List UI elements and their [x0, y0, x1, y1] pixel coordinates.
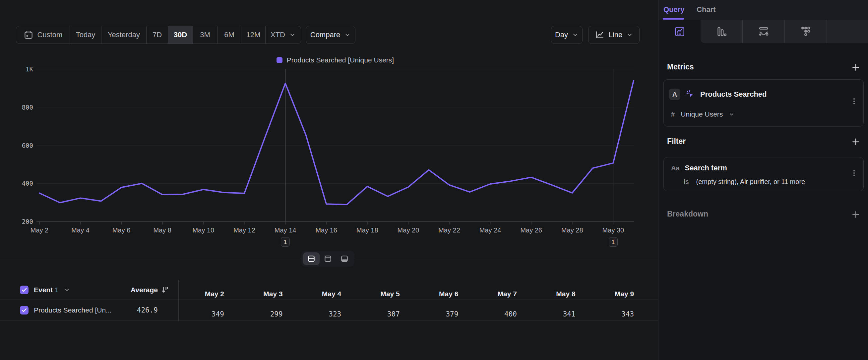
date-column-header[interactable]: May 8 [519, 290, 576, 298]
filter-property-name: Search term [685, 164, 727, 172]
check-icon [21, 286, 28, 293]
date-column-header[interactable]: May 7 [461, 290, 517, 298]
report-type-tabs [658, 20, 868, 43]
x-axis-tick: May 28 [552, 226, 592, 234]
panel-tab-bar: Query Chart [658, 0, 868, 20]
metric-name: Products Searched [700, 90, 767, 99]
metric-letter-badge: A [669, 89, 680, 100]
app-root: CustomTodayYesterday7D30D3M6M12MXTD Comp… [0, 0, 868, 360]
kebab-menu-icon[interactable] [850, 96, 858, 106]
x-axis-tick: May 10 [183, 226, 223, 234]
x-axis-tick: May 20 [388, 226, 428, 234]
date-column-header[interactable]: May 2 [168, 290, 224, 298]
date-column-header[interactable]: May 4 [285, 290, 341, 298]
value-cell: 299 [226, 310, 283, 318]
funnels-tab[interactable] [701, 20, 743, 43]
date-column-header[interactable]: May 5 [343, 290, 400, 298]
table-only-view-button[interactable] [336, 252, 353, 265]
string-property-icon: Aa [671, 164, 680, 172]
event-column-label[interactable]: Event 1 [34, 286, 59, 294]
flows-tab[interactable] [743, 20, 785, 43]
x-axis-tick: May 18 [347, 226, 387, 234]
event-checkbox[interactable] [20, 286, 29, 294]
value-cell: 349 [168, 310, 224, 318]
summary-table: Event 1 Average May 2May 3May 4May 5May … [0, 280, 658, 321]
series-checkbox[interactable] [20, 306, 29, 314]
x-axis-tick: May 8 [143, 226, 182, 234]
filter-operator[interactable]: Is [684, 178, 689, 186]
retention-tab-icon [800, 26, 812, 37]
query-panel: Query Chart Metrics A Products Searched … [658, 0, 868, 360]
insights-tab[interactable] [658, 20, 701, 43]
y-axis-tick: 200 [10, 218, 33, 225]
annotation-badge[interactable]: 1 [609, 237, 618, 247]
chart-only-view-icon [323, 254, 333, 263]
split-view-button[interactable] [303, 252, 320, 265]
add-metric-button[interactable] [851, 62, 861, 73]
add-breakdown-button[interactable] [851, 210, 861, 220]
column-separator [178, 280, 179, 321]
flows-tab-icon [757, 26, 770, 37]
x-axis-tick: May 14 [266, 226, 305, 234]
chevron-down-icon[interactable] [64, 287, 70, 293]
value-cell: 400 [461, 310, 517, 318]
active-tab-underline [663, 18, 684, 20]
filter-value[interactable]: (empty string), Air purifier, or 11 more [696, 178, 805, 186]
report-type-tabs-filler [827, 20, 868, 43]
check-icon [21, 307, 28, 313]
report-main: CustomTodayYesterday7D30D3M6M12MXTD Comp… [0, 0, 658, 360]
table-row[interactable]: Products Searched [Un... 426.9 349299323… [0, 300, 658, 321]
date-column-header[interactable]: May 3 [226, 290, 283, 298]
tab-query[interactable]: Query [663, 5, 685, 14]
insights-tab-icon [674, 26, 686, 37]
x-axis-tick: May 30 [593, 226, 633, 234]
x-axis-tick: May 22 [429, 226, 469, 234]
metric-card[interactable]: A Products Searched # Unique Users [663, 79, 864, 127]
view-toggle [301, 251, 354, 267]
funnels-tab-icon [715, 26, 727, 37]
split-view-icon [306, 254, 316, 263]
event-spark-cursor-icon [685, 89, 695, 99]
retention-tab[interactable] [785, 20, 827, 43]
value-cell: 341 [519, 310, 576, 318]
line-chart[interactable] [0, 0, 658, 262]
chevron-down-icon[interactable] [729, 112, 734, 117]
x-axis-tick: May 26 [511, 226, 551, 234]
date-column-header[interactable]: May 6 [402, 290, 458, 298]
average-value: 426.9 [137, 306, 158, 314]
y-axis-tick: 800 [10, 104, 33, 111]
date-column-header[interactable]: May 9 [578, 290, 634, 298]
y-axis-tick: 600 [10, 142, 33, 149]
x-axis-tick: May 6 [101, 226, 141, 234]
breakdown-heading: Breakdown [667, 210, 708, 219]
filter-heading: Filter [667, 137, 686, 146]
y-axis-tick: 400 [10, 180, 33, 187]
filter-card[interactable]: Aa Search term Is (empty string), Air pu… [663, 157, 864, 191]
table-header-row: Event 1 Average May 2May 3May 4May 5May … [0, 280, 658, 300]
tab-chart[interactable]: Chart [696, 5, 715, 14]
event-count: 1 [55, 286, 59, 294]
metrics-heading: Metrics [667, 62, 694, 72]
value-cell: 379 [402, 310, 458, 318]
x-axis-tick: May 12 [224, 226, 264, 234]
y-axis-tick: 1K [10, 65, 33, 73]
x-axis-tick: May 24 [470, 226, 510, 234]
x-axis-tick: May 4 [61, 226, 100, 234]
x-axis-tick: May 2 [20, 226, 59, 234]
value-cell: 343 [578, 310, 634, 318]
value-cell: 323 [285, 310, 341, 318]
value-cell: 307 [343, 310, 400, 318]
aggregation-selector[interactable]: Unique Users [681, 110, 723, 118]
chart-only-view-button[interactable] [320, 252, 336, 265]
annotation-badge[interactable]: 1 [281, 237, 290, 247]
add-filter-button[interactable] [851, 137, 861, 147]
average-column-label[interactable]: Average [131, 286, 158, 294]
table-only-view-icon [340, 254, 349, 263]
x-axis-tick: May 16 [306, 226, 346, 234]
aggregation-hash-glyph: # [671, 111, 675, 118]
